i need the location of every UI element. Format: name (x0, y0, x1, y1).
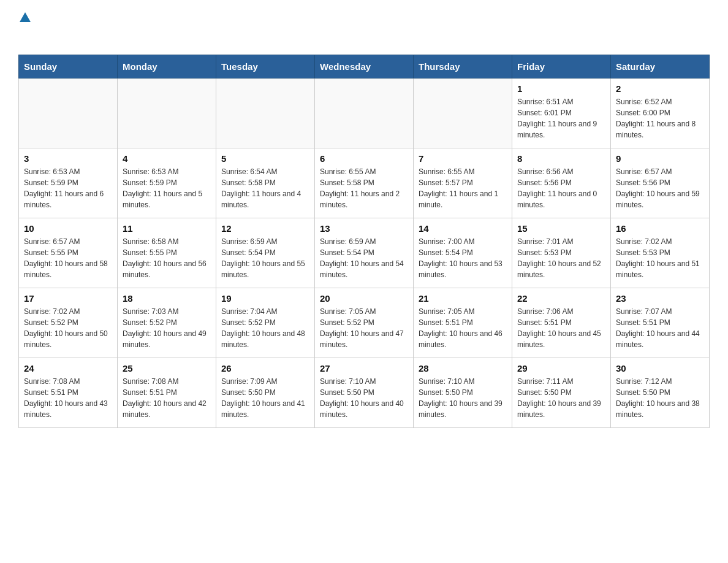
calendar-table: SundayMondayTuesdayWednesdayThursdayFrid… (18, 55, 710, 428)
calendar-cell: 8Sunrise: 6:56 AMSunset: 5:56 PMDaylight… (512, 148, 611, 218)
calendar-cell: 18Sunrise: 7:03 AMSunset: 5:52 PMDayligh… (118, 288, 216, 358)
calendar-cell: 22Sunrise: 7:06 AMSunset: 5:51 PMDayligh… (512, 288, 611, 358)
day-info: Sunrise: 7:04 AMSunset: 5:52 PMDaylight:… (221, 306, 309, 350)
day-info: Sunrise: 7:11 AMSunset: 5:50 PMDaylight:… (517, 376, 605, 420)
day-number: 5 (221, 153, 309, 164)
day-info: Sunrise: 6:54 AMSunset: 5:58 PMDaylight:… (221, 166, 309, 210)
calendar-week-row: 24Sunrise: 7:08 AMSunset: 5:51 PMDayligh… (19, 358, 710, 428)
calendar-cell: 25Sunrise: 7:08 AMSunset: 5:51 PMDayligh… (118, 358, 216, 428)
calendar-cell: 3Sunrise: 6:53 AMSunset: 5:59 PMDaylight… (19, 148, 118, 218)
day-number: 2 (616, 83, 704, 94)
calendar-cell: 12Sunrise: 6:59 AMSunset: 5:54 PMDayligh… (216, 218, 315, 288)
calendar-cell: 2Sunrise: 6:52 AMSunset: 6:00 PMDaylight… (611, 79, 710, 148)
weekday-header-thursday: Thursday (414, 55, 512, 79)
day-info: Sunrise: 6:57 AMSunset: 5:55 PMDaylight:… (24, 236, 112, 280)
day-number: 10 (24, 223, 112, 234)
day-number: 28 (419, 363, 507, 373)
day-info: Sunrise: 6:55 AMSunset: 5:57 PMDaylight:… (419, 166, 507, 210)
day-number: 20 (320, 293, 408, 304)
day-number: 6 (320, 153, 408, 164)
day-info: Sunrise: 7:00 AMSunset: 5:54 PMDaylight:… (419, 236, 507, 280)
day-info: Sunrise: 7:10 AMSunset: 5:50 PMDaylight:… (419, 376, 507, 420)
calendar-cell: 28Sunrise: 7:10 AMSunset: 5:50 PMDayligh… (414, 358, 512, 428)
calendar-cell: 26Sunrise: 7:09 AMSunset: 5:50 PMDayligh… (216, 358, 315, 428)
weekday-header-row: SundayMondayTuesdayWednesdayThursdayFrid… (19, 55, 710, 79)
day-number: 30 (616, 363, 704, 373)
day-info: Sunrise: 7:05 AMSunset: 5:52 PMDaylight:… (320, 306, 408, 350)
day-info: Sunrise: 7:12 AMSunset: 5:50 PMDaylight:… (616, 376, 704, 420)
weekday-header-monday: Monday (118, 55, 216, 79)
calendar-cell: 9Sunrise: 6:57 AMSunset: 5:56 PMDaylight… (611, 148, 710, 218)
calendar-cell (216, 79, 315, 148)
day-info: Sunrise: 6:56 AMSunset: 5:56 PMDaylight:… (517, 166, 605, 210)
day-number: 8 (517, 153, 605, 164)
day-info: Sunrise: 7:08 AMSunset: 5:51 PMDaylight:… (24, 376, 112, 420)
day-number: 29 (517, 363, 605, 373)
weekday-header-saturday: Saturday (611, 55, 710, 79)
day-number: 11 (123, 223, 211, 234)
calendar-cell: 29Sunrise: 7:11 AMSunset: 5:50 PMDayligh… (512, 358, 611, 428)
calendar-cell: 27Sunrise: 7:10 AMSunset: 5:50 PMDayligh… (315, 358, 414, 428)
calendar-week-row: 1Sunrise: 6:51 AMSunset: 6:01 PMDaylight… (19, 79, 710, 148)
calendar-cell: 13Sunrise: 6:59 AMSunset: 5:54 PMDayligh… (315, 218, 414, 288)
day-number: 14 (419, 223, 507, 234)
calendar-cell: 5Sunrise: 6:54 AMSunset: 5:58 PMDaylight… (216, 148, 315, 218)
day-info: Sunrise: 6:51 AMSunset: 6:01 PMDaylight:… (517, 96, 605, 140)
calendar-week-row: 10Sunrise: 6:57 AMSunset: 5:55 PMDayligh… (19, 218, 710, 288)
day-number: 25 (123, 363, 211, 373)
day-info: Sunrise: 6:53 AMSunset: 5:59 PMDaylight:… (24, 166, 112, 210)
day-number: 17 (24, 293, 112, 304)
day-number: 16 (616, 223, 704, 234)
day-info: Sunrise: 7:03 AMSunset: 5:52 PMDaylight:… (123, 306, 211, 350)
day-number: 23 (616, 293, 704, 304)
day-number: 26 (221, 363, 309, 373)
calendar-cell: 21Sunrise: 7:05 AMSunset: 5:51 PMDayligh… (414, 288, 512, 358)
day-number: 9 (616, 153, 704, 164)
day-info: Sunrise: 7:05 AMSunset: 5:51 PMDaylight:… (419, 306, 507, 350)
day-info: Sunrise: 6:53 AMSunset: 5:59 PMDaylight:… (123, 166, 211, 210)
calendar-cell: 10Sunrise: 6:57 AMSunset: 5:55 PMDayligh… (19, 218, 118, 288)
calendar-cell: 7Sunrise: 6:55 AMSunset: 5:57 PMDaylight… (414, 148, 512, 218)
weekday-header-tuesday: Tuesday (216, 55, 315, 79)
day-number: 12 (221, 223, 309, 234)
day-info: Sunrise: 6:59 AMSunset: 5:54 PMDaylight:… (221, 236, 309, 280)
calendar-cell: 11Sunrise: 6:58 AMSunset: 5:55 PMDayligh… (118, 218, 216, 288)
calendar-week-row: 17Sunrise: 7:02 AMSunset: 5:52 PMDayligh… (19, 288, 710, 358)
calendar-cell: 17Sunrise: 7:02 AMSunset: 5:52 PMDayligh… (19, 288, 118, 358)
day-info: Sunrise: 7:02 AMSunset: 5:52 PMDaylight:… (24, 306, 112, 350)
day-info: Sunrise: 7:06 AMSunset: 5:51 PMDaylight:… (517, 306, 605, 350)
calendar-cell: 1Sunrise: 6:51 AMSunset: 6:01 PMDaylight… (512, 79, 611, 148)
day-info: Sunrise: 6:52 AMSunset: 6:00 PMDaylight:… (616, 96, 704, 140)
day-info: Sunrise: 6:58 AMSunset: 5:55 PMDaylight:… (123, 236, 211, 280)
weekday-header-sunday: Sunday (19, 55, 118, 79)
calendar-cell: 24Sunrise: 7:08 AMSunset: 5:51 PMDayligh… (19, 358, 118, 428)
day-info: Sunrise: 6:57 AMSunset: 5:56 PMDaylight:… (616, 166, 704, 210)
calendar-cell (118, 79, 216, 148)
day-info: Sunrise: 7:09 AMSunset: 5:50 PMDaylight:… (221, 376, 309, 420)
weekday-header-friday: Friday (512, 55, 611, 79)
calendar-cell: 16Sunrise: 7:02 AMSunset: 5:53 PMDayligh… (611, 218, 710, 288)
day-number: 1 (517, 83, 605, 94)
day-number: 7 (419, 153, 507, 164)
calendar-cell: 15Sunrise: 7:01 AMSunset: 5:53 PMDayligh… (512, 218, 611, 288)
day-number: 22 (517, 293, 605, 304)
logo (18, 12, 31, 42)
day-number: 18 (123, 293, 211, 304)
calendar-week-row: 3Sunrise: 6:53 AMSunset: 5:59 PMDaylight… (19, 148, 710, 218)
day-number: 3 (24, 153, 112, 164)
day-number: 24 (24, 363, 112, 373)
calendar-cell: 23Sunrise: 7:07 AMSunset: 5:51 PMDayligh… (611, 288, 710, 358)
calendar-cell (414, 79, 512, 148)
day-info: Sunrise: 7:01 AMSunset: 5:53 PMDaylight:… (517, 236, 605, 280)
calendar-cell: 30Sunrise: 7:12 AMSunset: 5:50 PMDayligh… (611, 358, 710, 428)
day-info: Sunrise: 7:08 AMSunset: 5:51 PMDaylight:… (123, 376, 211, 420)
day-info: Sunrise: 6:55 AMSunset: 5:58 PMDaylight:… (320, 166, 408, 210)
calendar-cell: 20Sunrise: 7:05 AMSunset: 5:52 PMDayligh… (315, 288, 414, 358)
day-info: Sunrise: 7:07 AMSunset: 5:51 PMDaylight:… (616, 306, 704, 350)
calendar-cell: 19Sunrise: 7:04 AMSunset: 5:52 PMDayligh… (216, 288, 315, 358)
day-number: 19 (221, 293, 309, 304)
logo-arrow-icon (20, 12, 31, 22)
day-number: 13 (320, 223, 408, 234)
weekday-header-wednesday: Wednesday (315, 55, 414, 79)
calendar-cell: 6Sunrise: 6:55 AMSunset: 5:58 PMDaylight… (315, 148, 414, 218)
